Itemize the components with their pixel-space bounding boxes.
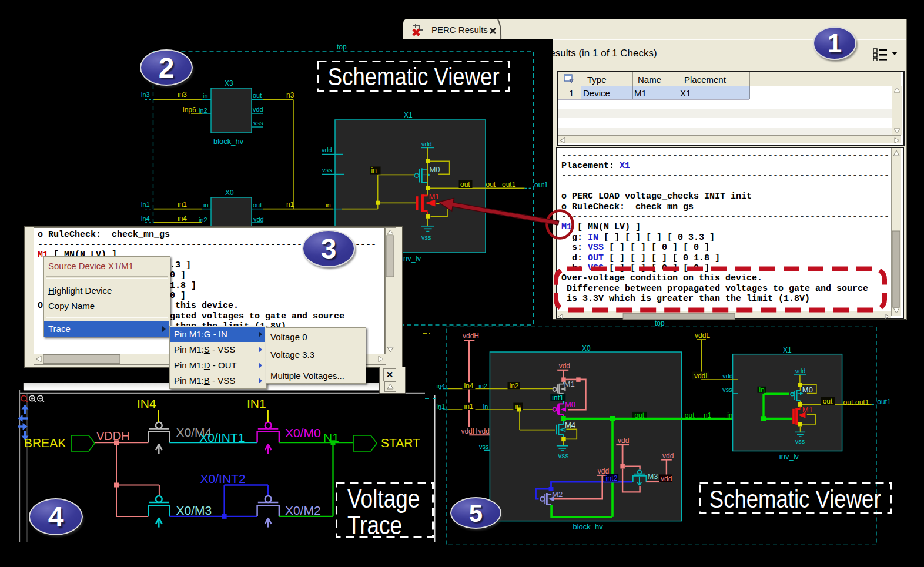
svg-text:vddL: vddL bbox=[695, 331, 710, 340]
svg-text:vdd: vdd bbox=[478, 427, 490, 435]
svg-text:inv_lv: inv_lv bbox=[779, 452, 799, 461]
svg-text:out: out bbox=[843, 398, 853, 407]
svg-text:in: in bbox=[759, 386, 765, 394]
svg-text:inp6: inp6 bbox=[183, 106, 196, 114]
svg-text:vdd: vdd bbox=[795, 367, 806, 374]
svg-text:M1: M1 bbox=[564, 380, 575, 388]
svg-text:in1: in1 bbox=[178, 200, 187, 209]
svg-text:out1: out1 bbox=[877, 398, 891, 406]
svg-text:in3: in3 bbox=[141, 91, 150, 98]
svg-text:vss: vss bbox=[253, 119, 263, 126]
svg-text:vss: vss bbox=[421, 234, 431, 241]
svg-text:vss: vss bbox=[722, 386, 732, 393]
svg-text:M2: M2 bbox=[552, 490, 563, 499]
svg-text:in: in bbox=[727, 411, 732, 420]
svg-text:M0: M0 bbox=[565, 400, 575, 409]
svg-text:in2: in2 bbox=[199, 216, 207, 223]
svg-text:M0: M0 bbox=[430, 165, 440, 174]
svg-text:out1: out1 bbox=[855, 398, 869, 407]
svg-text:X0/M3: X0/M3 bbox=[176, 504, 212, 517]
svg-text:vss: vss bbox=[558, 452, 568, 460]
svg-text:out1: out1 bbox=[502, 180, 516, 189]
svg-text:block_hv: block_hv bbox=[573, 522, 604, 531]
svg-text:vdd: vdd bbox=[598, 467, 609, 475]
svg-text:in4: in4 bbox=[178, 214, 187, 223]
svg-text:in1: in1 bbox=[437, 403, 446, 410]
svg-text:M1: M1 bbox=[429, 192, 440, 201]
svg-text:VDDH: VDDH bbox=[96, 430, 130, 442]
svg-text:X0/M0: X0/M0 bbox=[285, 426, 321, 439]
svg-text:X0/M2: X0/M2 bbox=[285, 504, 321, 517]
svg-text:in: in bbox=[326, 202, 331, 209]
svg-text:vdd: vdd bbox=[253, 216, 264, 223]
svg-text:vddL: vddL bbox=[694, 372, 709, 380]
svg-text:in1: in1 bbox=[464, 402, 474, 411]
svg-text:out: out bbox=[685, 411, 695, 420]
svg-text:vdd: vdd bbox=[253, 106, 263, 113]
svg-text:block_hv: block_hv bbox=[213, 137, 244, 146]
svg-text:in: in bbox=[203, 92, 208, 99]
svg-text:X0/INT1: X0/INT1 bbox=[199, 431, 245, 444]
svg-text:top: top bbox=[337, 43, 347, 51]
svg-text:in2: in2 bbox=[478, 383, 487, 390]
svg-text:in: in bbox=[371, 166, 377, 175]
svg-text:in2: in2 bbox=[510, 382, 519, 390]
svg-text:M1: M1 bbox=[802, 405, 813, 414]
svg-text:in4: in4 bbox=[141, 215, 150, 222]
svg-text:vdd: vdd bbox=[618, 437, 629, 445]
svg-text:out1: out1 bbox=[534, 181, 548, 189]
svg-text:inv_lv: inv_lv bbox=[401, 254, 421, 263]
svg-text:vdd: vdd bbox=[662, 452, 674, 460]
svg-text:vss: vss bbox=[479, 443, 489, 450]
svg-text:X1: X1 bbox=[783, 346, 792, 354]
svg-text:in2: in2 bbox=[199, 107, 207, 114]
svg-text:n1: n1 bbox=[286, 200, 294, 209]
svg-text:vddH: vddH bbox=[463, 332, 479, 340]
svg-text:X0/INT2: X0/INT2 bbox=[200, 472, 246, 485]
svg-text:int1: int1 bbox=[552, 394, 564, 402]
svg-text:X0: X0 bbox=[582, 344, 591, 353]
svg-text:X0: X0 bbox=[225, 189, 234, 197]
svg-text:n3: n3 bbox=[286, 91, 294, 99]
svg-text:vddH: vddH bbox=[461, 427, 477, 435]
svg-text:M3: M3 bbox=[647, 472, 658, 481]
svg-text:in3: in3 bbox=[178, 90, 187, 99]
svg-text:out: out bbox=[823, 397, 833, 405]
svg-text:vss: vss bbox=[322, 166, 332, 173]
svg-text:vdd: vdd bbox=[421, 140, 432, 147]
svg-text:X1: X1 bbox=[404, 111, 413, 119]
svg-text:in4: in4 bbox=[464, 382, 474, 390]
svg-text:out: out bbox=[486, 180, 496, 189]
svg-text:out: out bbox=[460, 180, 470, 189]
svg-text:START: START bbox=[381, 436, 420, 449]
svg-text:IN4: IN4 bbox=[137, 397, 156, 410]
svg-text:n1: n1 bbox=[704, 411, 712, 420]
svg-text:vdd: vdd bbox=[722, 373, 733, 380]
svg-text:vss: vss bbox=[795, 438, 805, 445]
svg-text:out: out bbox=[253, 92, 262, 99]
svg-text:in4: in4 bbox=[437, 383, 446, 390]
svg-text:out: out bbox=[634, 411, 644, 420]
svg-text:M4: M4 bbox=[565, 421, 575, 430]
svg-text:out: out bbox=[253, 202, 262, 209]
svg-text:in1: in1 bbox=[141, 201, 150, 208]
svg-text:vdd: vdd bbox=[661, 475, 672, 483]
svg-text:M0: M0 bbox=[802, 385, 813, 394]
svg-text:X3: X3 bbox=[225, 79, 233, 88]
svg-text:IN1: IN1 bbox=[247, 397, 266, 410]
svg-text:vdd: vdd bbox=[559, 362, 570, 370]
svg-text:in: in bbox=[483, 403, 488, 410]
svg-text:in: in bbox=[203, 202, 209, 209]
svg-text:BREAK: BREAK bbox=[24, 436, 66, 449]
svg-text:vdd: vdd bbox=[322, 146, 332, 153]
